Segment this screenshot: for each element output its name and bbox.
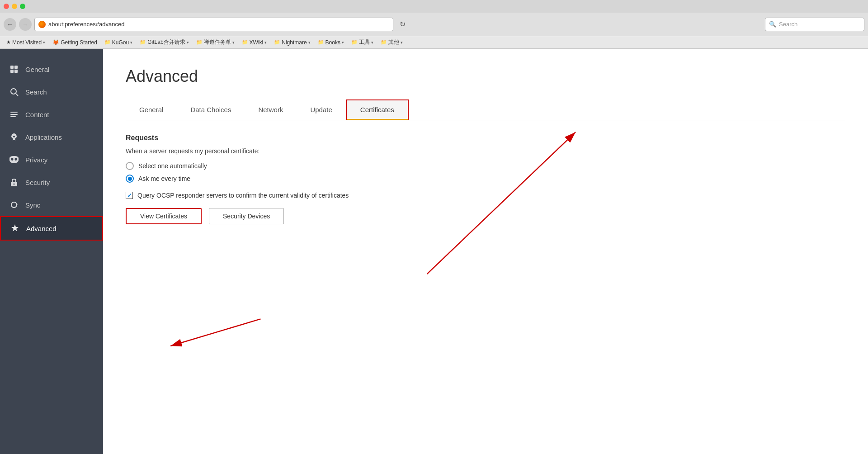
- sidebar-item-sync[interactable]: Sync: [0, 194, 103, 216]
- address-bar[interactable]: about:preferences#advanced: [34, 18, 393, 31]
- svg-point-13: [14, 184, 15, 185]
- chevron-down-icon: ▾: [130, 40, 132, 45]
- folder-icon: 📁: [242, 39, 248, 45]
- bookmark-most-visited[interactable]: ★ Most Visited ▾: [4, 38, 48, 47]
- requests-section: Requests When a server requests my perso…: [126, 134, 845, 224]
- checkmark-icon: ✓: [127, 192, 132, 199]
- refresh-button[interactable]: ↻: [396, 18, 409, 31]
- browser-chrome: ← → about:preferences#advanced ↻ 🔍 Searc…: [0, 0, 868, 49]
- svg-rect-2: [10, 70, 14, 73]
- radio-auto[interactable]: Select one automatically: [126, 162, 845, 170]
- chevron-down-icon: ▾: [308, 40, 311, 45]
- bookmark-label: 其他: [388, 38, 399, 46]
- minimize-window-button[interactable]: [12, 4, 17, 9]
- lock-icon: [9, 177, 19, 187]
- svg-rect-7: [10, 114, 18, 115]
- sidebar-item-content[interactable]: Content: [0, 103, 103, 126]
- ocsp-label: Query OCSP responder servers to confirm …: [137, 192, 349, 199]
- bookmark-chandao[interactable]: 📁 禅道任务单 ▾: [193, 38, 237, 47]
- sidebar-item-privacy[interactable]: Privacy: [0, 148, 103, 171]
- radio-ask-label: Ask me every time: [138, 175, 190, 182]
- sidebar: General Search Content: [0, 49, 103, 454]
- bookmark-nightmare[interactable]: 📁 Nightmare ▾: [271, 38, 313, 47]
- sidebar-item-label: Advanced: [26, 225, 57, 232]
- sidebar-item-advanced[interactable]: Advanced: [0, 216, 103, 241]
- back-button[interactable]: ←: [4, 18, 16, 31]
- svg-point-4: [11, 89, 16, 94]
- chevron-down-icon: ▾: [342, 40, 344, 45]
- close-window-button[interactable]: [4, 4, 9, 9]
- bookmark-label: KuGou: [112, 39, 129, 46]
- svg-rect-8: [10, 116, 16, 117]
- tab-certificates[interactable]: Certificates: [346, 99, 409, 120]
- mask-icon: [9, 155, 19, 165]
- bookmark-xwiki[interactable]: 📁 XWiki ▾: [239, 38, 270, 47]
- search-icon: 🔍: [769, 21, 776, 28]
- grid-icon: [9, 64, 19, 74]
- view-certificates-button[interactable]: View Certificates: [126, 208, 202, 224]
- chevron-down-icon: ▾: [187, 40, 189, 45]
- svg-rect-1: [14, 66, 18, 69]
- firefox-icon: [38, 21, 46, 28]
- sync-icon: [9, 200, 19, 210]
- bookmark-kugou[interactable]: 📁 KuGou ▾: [102, 38, 135, 47]
- folder-icon: 📁: [318, 39, 324, 45]
- radio-group: Select one automatically Ask me every ti…: [126, 162, 845, 183]
- folder-icon: 📁: [351, 39, 358, 45]
- bookmark-label: Nightmare: [282, 39, 307, 46]
- svg-point-10: [11, 158, 14, 161]
- ocsp-checkbox: ✓: [126, 192, 133, 199]
- chevron-down-icon: ▾: [43, 40, 45, 45]
- bookmark-getting-started[interactable]: 🦊 Getting Started: [50, 38, 100, 47]
- svg-point-9: [13, 136, 15, 137]
- maximize-window-button[interactable]: [20, 4, 25, 9]
- sidebar-item-label: General: [25, 66, 49, 73]
- bookmark-label: XWiki: [250, 39, 264, 46]
- bookmark-label: Most Visited: [12, 39, 42, 46]
- sidebar-item-label: Search: [25, 88, 47, 96]
- title-bar: [0, 0, 868, 13]
- bookmark-label: 禅道任务单: [204, 38, 231, 46]
- bookmark-label: Getting Started: [61, 39, 97, 46]
- sidebar-item-label: Applications: [25, 133, 62, 141]
- requests-title: Requests: [126, 134, 845, 142]
- folder-icon: 📁: [196, 39, 203, 45]
- radio-ask[interactable]: Ask me every time: [126, 175, 845, 183]
- tab-general[interactable]: General: [126, 99, 177, 120]
- ocsp-checkbox-row[interactable]: ✓ Query OCSP responder servers to confir…: [126, 192, 845, 199]
- forward-button[interactable]: →: [19, 18, 32, 31]
- sidebar-item-label: Security: [25, 179, 50, 186]
- sidebar-item-security[interactable]: Security: [0, 171, 103, 194]
- chevron-down-icon: ▾: [401, 40, 403, 45]
- firefox-icon: 🦊: [52, 39, 59, 46]
- svg-rect-3: [14, 70, 18, 73]
- svg-rect-0: [10, 66, 14, 69]
- bookmark-label: GitLab合并请求: [147, 38, 185, 46]
- security-devices-button[interactable]: Security Devices: [209, 208, 284, 224]
- tab-update[interactable]: Update: [297, 99, 345, 120]
- tab-network[interactable]: Network: [245, 99, 297, 120]
- chevron-down-icon: ▾: [232, 40, 235, 45]
- sidebar-item-applications[interactable]: Applications: [0, 126, 103, 148]
- sidebar-item-label: Sync: [25, 201, 40, 209]
- wizard-icon: [10, 223, 20, 233]
- folder-icon: 📁: [140, 39, 146, 45]
- bookmark-books[interactable]: 📁 Books ▾: [315, 38, 347, 47]
- bookmark-other[interactable]: 📁 其他 ▾: [378, 38, 406, 47]
- search-icon: [9, 87, 19, 97]
- bookmark-tools[interactable]: 📁 工具 ▾: [349, 38, 376, 47]
- browser-search-bar[interactable]: 🔍 Search: [765, 18, 864, 31]
- svg-line-5: [16, 94, 18, 96]
- svg-point-11: [15, 158, 17, 161]
- star-icon: ★: [6, 39, 11, 45]
- bookmark-gitlab[interactable]: 📁 GitLab合并请求 ▾: [137, 38, 191, 47]
- folder-icon: 📁: [381, 39, 387, 45]
- requests-description: When a server requests my personal certi…: [126, 147, 845, 155]
- nav-bar: ← → about:preferences#advanced ↻ 🔍 Searc…: [0, 13, 868, 36]
- tab-data-choices[interactable]: Data Choices: [177, 99, 245, 120]
- rocket-icon: [9, 132, 19, 142]
- sidebar-item-general[interactable]: General: [0, 58, 103, 80]
- page-title: Advanced: [126, 67, 845, 86]
- radio-ask-circle: [126, 175, 134, 183]
- sidebar-item-search[interactable]: Search: [0, 80, 103, 103]
